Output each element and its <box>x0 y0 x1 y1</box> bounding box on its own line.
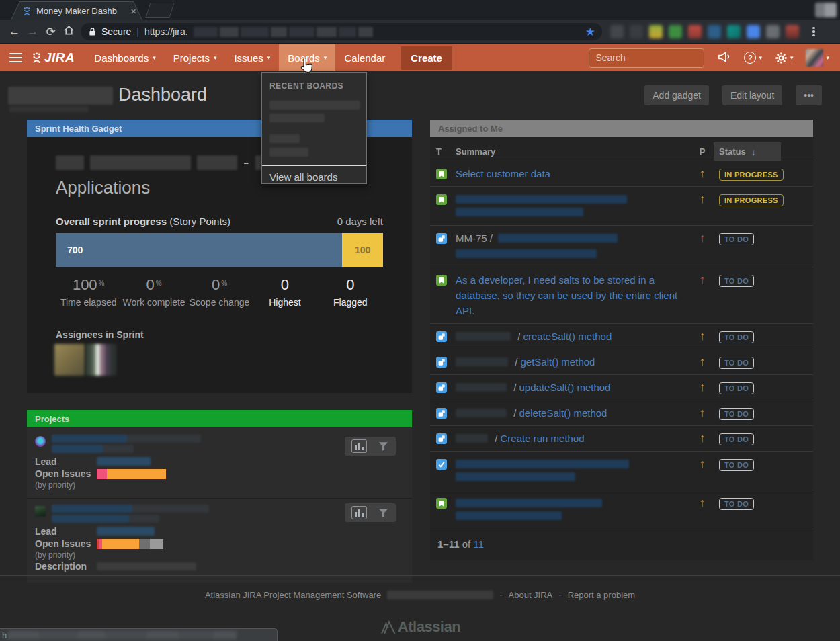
by-priority-label: (by priority) <box>35 550 97 560</box>
open-issues-label: Open Issues <box>35 468 97 479</box>
chevron-down-icon: ▾ <box>759 54 762 61</box>
browser-menu-icon[interactable] <box>807 27 821 37</box>
nav-item-calendar[interactable]: Calendar <box>335 44 394 71</box>
footer-text: Atlassian JIRA Project Management Softwa… <box>205 590 381 600</box>
issue-status-cell: TO DO <box>714 232 813 245</box>
recent-board-item[interactable] <box>269 134 300 143</box>
issue-link[interactable]: createSalt() method <box>523 331 612 342</box>
page-title: Dashboard <box>118 85 207 105</box>
announcement-icon[interactable] <box>717 50 731 66</box>
issue-status-cell: IN PROGRESS <box>714 168 813 181</box>
report-problem-link[interactable]: Report a problem <box>568 590 635 600</box>
extension-icon[interactable] <box>649 25 663 38</box>
extension-icon[interactable] <box>708 25 721 38</box>
stat-label: Work complete <box>121 296 186 309</box>
extension-icon[interactable] <box>766 25 780 38</box>
issue-row: ↑TO DO <box>430 490 813 529</box>
jira-logo[interactable]: JIRA <box>31 50 75 65</box>
issue-link[interactable]: updateSalt() method <box>519 382 611 393</box>
project-name-redacted[interactable] <box>52 505 209 525</box>
chart-icon[interactable] <box>351 439 367 453</box>
chart-icon[interactable] <box>351 506 367 519</box>
address-bar[interactable]: Secure | https://jira. ★ <box>81 23 602 40</box>
nav-item-label: Projects <box>173 52 210 64</box>
lead-label: Lead <box>35 456 97 467</box>
create-button[interactable]: Create <box>401 46 452 70</box>
browser-tab[interactable]: Money Maker Dashb × <box>11 1 142 20</box>
column-summary[interactable]: Summary <box>456 142 691 161</box>
home-button[interactable] <box>60 25 78 39</box>
nav-item-projects[interactable]: Projects▾ <box>165 44 226 71</box>
tab-title: Money Maker Dashb <box>36 6 126 16</box>
issue-type-cell <box>430 354 456 368</box>
column-priority[interactable]: P <box>691 142 714 161</box>
filter-icon[interactable] <box>378 507 389 518</box>
more-options-button[interactable]: ••• <box>796 85 822 105</box>
column-type[interactable]: T <box>430 142 456 161</box>
settings-menu[interactable]: ▾ <box>775 52 794 65</box>
project-name-redacted[interactable] <box>52 435 201 455</box>
forward-button[interactable]: → <box>24 25 42 38</box>
new-tab-button[interactable] <box>145 3 174 18</box>
issue-type-cell <box>430 191 456 205</box>
jira-logo-text: JIRA <box>44 50 75 65</box>
issue-summary: / deleteSalt() method <box>456 405 691 421</box>
recent-board-item[interactable] <box>269 101 360 110</box>
assigned-to-me-gadget: Assigned to Me T Summary P Status ↓ Sele… <box>430 120 813 560</box>
projects-gadget-header[interactable]: Projects <box>27 410 412 427</box>
back-button[interactable]: ← <box>5 25 24 38</box>
extension-icon[interactable] <box>610 25 624 38</box>
issue-link[interactable]: getSalt() method <box>521 356 595 368</box>
filter-icon[interactable] <box>378 441 389 452</box>
issue-link[interactable]: Select customer data <box>456 168 550 179</box>
atlassian-logo-icon <box>380 619 397 636</box>
about-jira-link[interactable]: About JIRA <box>509 590 553 600</box>
add-gadget-button[interactable]: Add gadget <box>644 85 709 105</box>
issue-link[interactable]: As a developer, I need salts to be store… <box>456 274 677 316</box>
status-badge: TO DO <box>719 331 754 343</box>
nav-item-dashboards[interactable]: Dashboards▾ <box>85 44 164 71</box>
extension-icon[interactable] <box>786 25 799 38</box>
status-badge: TO DO <box>719 357 754 369</box>
app-switcher-icon[interactable] <box>9 51 22 65</box>
issue-status-cell: TO DO <box>714 382 813 394</box>
edit-layout-button[interactable]: Edit layout <box>722 85 782 105</box>
column-status[interactable]: Status ↓ <box>714 142 781 161</box>
tab-close-icon[interactable]: × <box>130 6 136 16</box>
project-avatar <box>35 506 46 517</box>
issue-link[interactable]: deleteSalt() method <box>519 407 607 419</box>
help-menu[interactable]: ? ▾ <box>744 52 762 64</box>
statusbar-url-redacted <box>8 631 237 639</box>
recent-board-item[interactable] <box>269 148 308 157</box>
sprint-stat: 0Flagged <box>318 276 383 309</box>
reload-button[interactable]: ⟳ <box>42 25 60 39</box>
progress-title: Overall sprint progress (Story Points) <box>56 216 230 227</box>
search-input[interactable] <box>595 52 717 63</box>
search-box[interactable] <box>589 48 704 68</box>
window-controls[interactable] <box>815 3 837 17</box>
extension-icon[interactable] <box>669 25 682 38</box>
profile-menu[interactable]: ▾ <box>806 49 829 67</box>
open-issues-bar[interactable] <box>97 469 166 479</box>
extension-icon[interactable] <box>630 25 643 38</box>
url-text: https://jira. <box>144 26 188 37</box>
issue-link[interactable]: Create run method <box>501 433 585 444</box>
extension-icon[interactable] <box>747 25 760 38</box>
view-all-boards-item[interactable]: View all boards <box>262 166 366 188</box>
extension-icon[interactable] <box>688 25 702 38</box>
open-issues-bar[interactable] <box>97 539 163 549</box>
extension-icon[interactable] <box>727 25 741 38</box>
recent-board-item[interactable] <box>269 114 325 122</box>
bookmark-star-icon[interactable]: ★ <box>585 25 595 39</box>
avatar[interactable] <box>86 344 116 376</box>
nav-item-issues[interactable]: Issues▾ <box>225 44 279 71</box>
issue-summary: Select customer data <box>456 166 691 181</box>
help-icon: ? <box>744 52 756 64</box>
dashboard-subtitle-redacted <box>9 106 89 112</box>
stat-value: 0 <box>318 276 383 294</box>
pagination: 1–11 of 11 <box>430 529 813 560</box>
avatar[interactable] <box>54 344 85 376</box>
chevron-down-icon: ▾ <box>267 54 271 61</box>
assigned-gadget-header[interactable]: Assigned to Me <box>430 120 813 137</box>
pagination-total-link[interactable]: 11 <box>473 538 484 550</box>
